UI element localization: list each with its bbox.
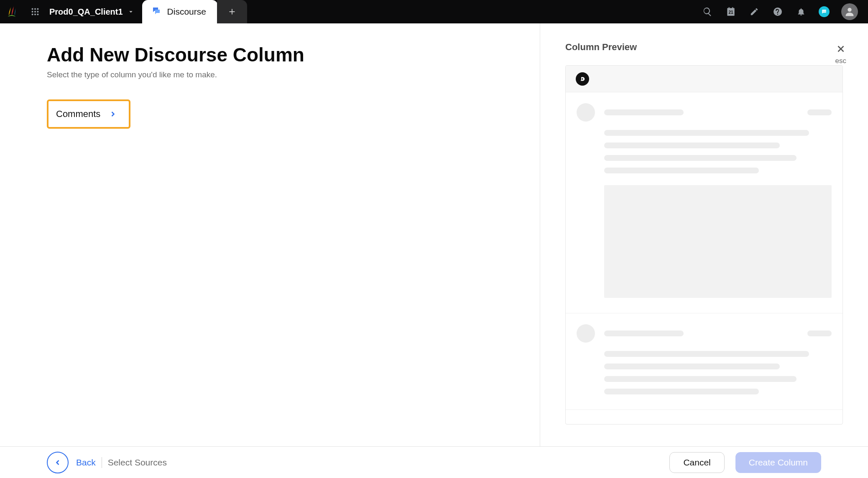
workspace-name: Prod0_QA_Client1 <box>49 7 123 17</box>
skeleton-line <box>604 142 780 148</box>
avatar-icon <box>841 3 858 20</box>
skeleton-avatar <box>577 103 595 122</box>
tab-discourse[interactable]: Discourse <box>142 0 218 23</box>
skeleton-line <box>807 109 832 115</box>
svg-point-5 <box>37 11 38 13</box>
back-label[interactable]: Back <box>76 458 96 468</box>
close-button[interactable]: esc <box>835 43 846 65</box>
svg-point-14 <box>582 78 583 79</box>
app-launcher-button[interactable] <box>23 0 47 23</box>
close-icon <box>835 43 846 54</box>
chevron-right-icon <box>109 110 117 118</box>
calendar-day: 21 <box>728 10 734 15</box>
breadcrumb-step: Select Sources <box>108 458 167 468</box>
option-comments[interactable]: Comments <box>47 99 130 129</box>
plus-icon <box>227 7 237 16</box>
svg-point-7 <box>34 13 36 15</box>
chat-tab-icon <box>151 6 161 18</box>
skeleton-post <box>566 92 842 313</box>
svg-point-9 <box>823 11 824 12</box>
skeleton-line <box>604 331 684 336</box>
search-button[interactable] <box>702 6 713 18</box>
skeleton-line <box>604 389 759 394</box>
svg-point-2 <box>37 8 38 10</box>
svg-point-8 <box>37 13 38 15</box>
skeleton-avatar <box>577 324 595 343</box>
svg-point-10 <box>824 11 825 12</box>
app-logo[interactable] <box>0 0 23 23</box>
skeleton-line <box>807 331 832 336</box>
main-content: Add New Discourse Column Select the type… <box>0 23 868 446</box>
chat-bubble-icon <box>819 6 830 17</box>
svg-point-11 <box>825 11 826 12</box>
svg-point-1 <box>34 8 36 10</box>
top-bar: Prod0_QA_Client1 Discourse 21 <box>0 0 868 23</box>
preview-panel: Column Preview esc <box>540 23 868 446</box>
skeleton-line <box>604 109 684 115</box>
profile-avatar[interactable] <box>841 3 858 20</box>
live-chat-button[interactable] <box>819 6 830 18</box>
disqus-icon <box>576 72 589 86</box>
workspace-switcher[interactable]: Prod0_QA_Client1 <box>47 7 142 17</box>
preview-title: Column Preview <box>565 42 843 53</box>
chevron-left-icon <box>54 458 62 467</box>
compose-button[interactable] <box>748 6 760 18</box>
pencil-icon <box>750 7 759 16</box>
chevron-down-icon <box>127 8 135 15</box>
calendar-button[interactable]: 21 <box>725 6 737 18</box>
apps-grid-icon <box>31 7 40 16</box>
close-hint: esc <box>835 57 846 65</box>
skeleton-line <box>604 130 809 136</box>
skeleton-line <box>604 155 797 161</box>
cancel-button[interactable]: Cancel <box>669 452 724 473</box>
footer-bar: Back Select Sources Cancel Create Column <box>0 446 868 478</box>
skeleton-line <box>604 168 759 173</box>
option-label: Comments <box>56 109 100 120</box>
sprinklr-logo-icon <box>6 6 18 18</box>
preview-card-header <box>566 66 842 92</box>
help-icon <box>773 7 783 17</box>
svg-point-6 <box>32 13 33 15</box>
svg-point-3 <box>32 11 33 13</box>
preview-card <box>565 65 843 425</box>
vertical-divider <box>102 457 102 468</box>
search-icon <box>702 7 712 17</box>
help-button[interactable] <box>772 6 784 18</box>
topbar-actions: 21 <box>702 3 868 20</box>
back-button[interactable] <box>47 452 69 473</box>
skeleton-line <box>604 376 797 382</box>
page-title: Add New Discourse Column <box>47 43 540 66</box>
skeleton-line <box>604 351 809 357</box>
new-tab-button[interactable] <box>217 0 247 23</box>
create-column-button[interactable]: Create Column <box>735 452 821 473</box>
skeleton-line <box>604 364 780 369</box>
page-subtitle: Select the type of column you'd like me … <box>47 70 540 79</box>
svg-point-4 <box>34 11 36 13</box>
svg-point-12 <box>848 8 851 12</box>
configure-panel: Add New Discourse Column Select the type… <box>0 23 540 446</box>
svg-point-0 <box>32 8 33 10</box>
skeleton-image <box>604 185 832 298</box>
notifications-button[interactable] <box>795 6 807 18</box>
bell-icon <box>797 7 806 16</box>
tab-label: Discourse <box>167 7 206 17</box>
skeleton-post <box>566 313 842 410</box>
